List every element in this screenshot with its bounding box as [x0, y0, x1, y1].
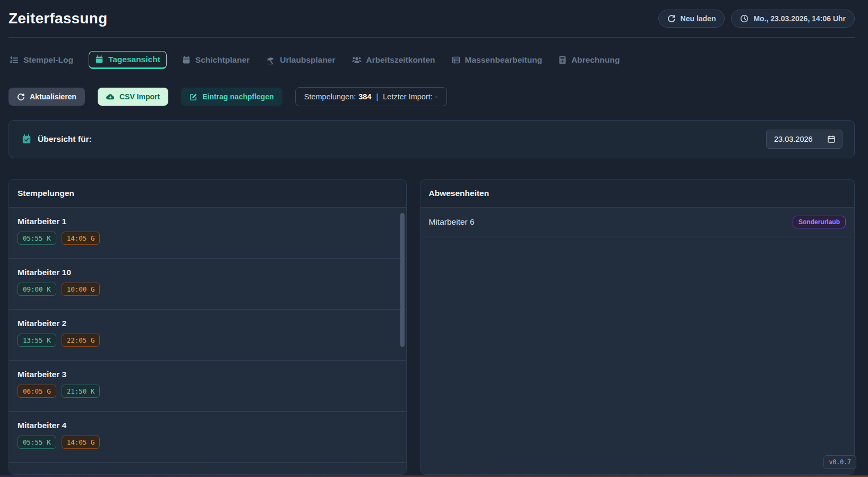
tab-label: Tagesansicht	[108, 55, 160, 64]
stempelungen-count-value: 384	[358, 92, 371, 101]
csv-import-label: CSV Import	[119, 92, 160, 101]
tab-stempel-log[interactable]: Stempel-Log	[8, 52, 74, 69]
clock-in-badge: 21:50 K	[62, 385, 100, 398]
clock-out-badge: 14:05 G	[62, 232, 100, 245]
overview-label: Übersicht für:	[38, 134, 92, 144]
pencil-square-icon	[190, 93, 197, 101]
users-icon	[352, 56, 362, 64]
top-bar: Zeiterfassung Neu laden Mo., 23.03.2026,…	[8, 10, 855, 28]
page-title: Zeiterfassung	[8, 10, 107, 27]
stempelungen-list: Mitarbeiter 1 05:55 K 14:05 G Mitarbeite…	[9, 208, 406, 474]
clock-out-badge: 22:05 G	[62, 334, 100, 347]
reload-button[interactable]: Neu laden	[658, 10, 725, 28]
tab-label: Stempel-Log	[23, 55, 73, 65]
tab-bar: Stempel-Log Tagesansicht Schichtplaner	[8, 50, 855, 70]
clock-in-badge: 05:55 K	[18, 232, 56, 245]
table-icon	[452, 56, 460, 64]
stamp-row: Mitarbeiter 1 05:55 K 14:05 G	[9, 208, 406, 259]
abwesenheiten-panel: Abwesenheiten Mitarbeiter 6 Sonderurlaub	[420, 179, 855, 475]
tab-label: Massenbearbeitung	[465, 55, 543, 65]
main-content: Stempelungen Mitarbeiter 1 05:55 K 14:05…	[8, 179, 855, 475]
absence-type-badge: Sonderurlaub	[793, 216, 846, 228]
employee-name: Mitarbeiter 3	[18, 370, 398, 379]
stamp-badges: 05:55 K 14:05 G	[18, 232, 398, 245]
clock-in-badge: 09:00 K	[18, 283, 56, 296]
clock-in-badge: 05:55 K	[18, 436, 56, 449]
stempelungen-panel-title: Stempelungen	[9, 180, 406, 208]
tab-label: Abrechnung	[571, 55, 620, 65]
stamp-badges: 13:55 K 22:05 G	[18, 334, 398, 347]
stamp-row: Mitarbeiter 4 05:55 K 14:05 G	[9, 412, 406, 463]
clock-icon	[740, 14, 749, 23]
tab-urlaubsplaner[interactable]: Urlaubsplaner	[265, 52, 336, 69]
refresh-icon	[667, 14, 676, 23]
add-entry-label: Eintrag nachpflegen	[202, 92, 274, 101]
date-input[interactable]	[774, 135, 820, 143]
refresh-icon	[17, 93, 25, 101]
clock-out-badge: 10:00 G	[62, 283, 100, 296]
tab-label: Arbeitszeitkonten	[366, 55, 435, 65]
stamp-badges: 06:05 G 21:50 K	[18, 385, 398, 398]
date-picker[interactable]	[766, 130, 843, 149]
action-toolbar: Aktualisieren CSV Import Eintrag nachpfl…	[8, 87, 855, 106]
refresh-label: Aktualisieren	[30, 92, 76, 101]
csv-import-button[interactable]: CSV Import	[98, 88, 168, 106]
clock-out-badge: 06:05 G	[18, 385, 56, 398]
header-actions: Neu laden Mo., 23.03.2026, 14:06 Uhr	[658, 10, 855, 28]
beach-umbrella-icon	[266, 56, 275, 65]
last-import-label: Letzter Import:	[383, 92, 432, 101]
datetime-display: Mo., 23.03.2026, 14:06 Uhr	[731, 10, 855, 28]
reload-label: Neu laden	[681, 14, 716, 23]
tab-arbeitszeitkonten[interactable]: Arbeitszeitkonten	[351, 52, 436, 69]
stempelungen-panel: Stempelungen Mitarbeiter 1 05:55 K 14:05…	[8, 179, 407, 475]
tab-massenbearbeitung[interactable]: Massenbearbeitung	[451, 52, 544, 69]
import-stats: Stempelungen: 384 | Letzter Import: -	[295, 87, 447, 106]
abwesenheiten-list: Mitarbeiter 6 Sonderurlaub	[420, 208, 854, 474]
clock-out-badge: 14:05 G	[62, 436, 100, 449]
stamp-row: Mitarbeiter 10 09:00 K 10:00 G	[9, 259, 406, 310]
numbered-list-icon	[10, 56, 19, 65]
tab-label: Schichtplaner	[195, 55, 250, 65]
stamp-badges: 05:55 K 14:05 G	[18, 436, 398, 449]
list-scrollbar[interactable]	[400, 213, 405, 347]
clock-in-badge: 13:55 K	[18, 334, 56, 347]
header-divider	[8, 37, 855, 38]
last-import-value: -	[435, 92, 438, 101]
employee-name: Mitarbeiter 1	[18, 217, 398, 226]
employee-name: Mitarbeiter 10	[18, 268, 398, 277]
stamp-badges: 09:00 K 10:00 G	[18, 283, 398, 296]
stempelungen-count-label: Stempelungen:	[304, 92, 356, 101]
datetime-label: Mo., 23.03.2026, 14:06 Uhr	[753, 14, 846, 23]
calendar-icon	[95, 55, 104, 64]
add-entry-button[interactable]: Eintrag nachpflegen	[181, 88, 282, 106]
employee-name: Mitarbeiter 6	[429, 217, 475, 227]
calendar-icon[interactable]	[827, 135, 836, 143]
version-badge: v0.0.7	[823, 455, 856, 469]
calendar-check-icon	[22, 134, 31, 144]
tab-abrechnung[interactable]: Abrechnung	[557, 52, 621, 69]
employee-name: Mitarbeiter 2	[18, 319, 398, 328]
overview-panel: Übersicht für:	[8, 120, 855, 158]
absence-row: Mitarbeiter 6 Sonderurlaub	[420, 208, 854, 236]
overview-header: Übersicht für:	[22, 134, 92, 144]
abwesenheiten-panel-title: Abwesenheiten	[420, 180, 854, 208]
cloud-download-icon	[106, 93, 115, 100]
stamp-row: Mitarbeiter 3 06:05 G 21:50 K	[9, 361, 406, 412]
stats-separator: |	[376, 92, 379, 101]
tab-label: Urlaubsplaner	[280, 55, 335, 65]
employee-name: Mitarbeiter 4	[18, 421, 398, 430]
calculator-icon	[558, 56, 566, 64]
tab-schichtplaner[interactable]: Schichtplaner	[181, 52, 251, 69]
stamp-row: Mitarbeiter 2 13:55 K 22:05 G	[9, 310, 406, 361]
refresh-button[interactable]: Aktualisieren	[8, 88, 85, 106]
tab-tagesansicht[interactable]: Tagesansicht	[89, 51, 167, 69]
calendar-icon	[182, 56, 191, 64]
